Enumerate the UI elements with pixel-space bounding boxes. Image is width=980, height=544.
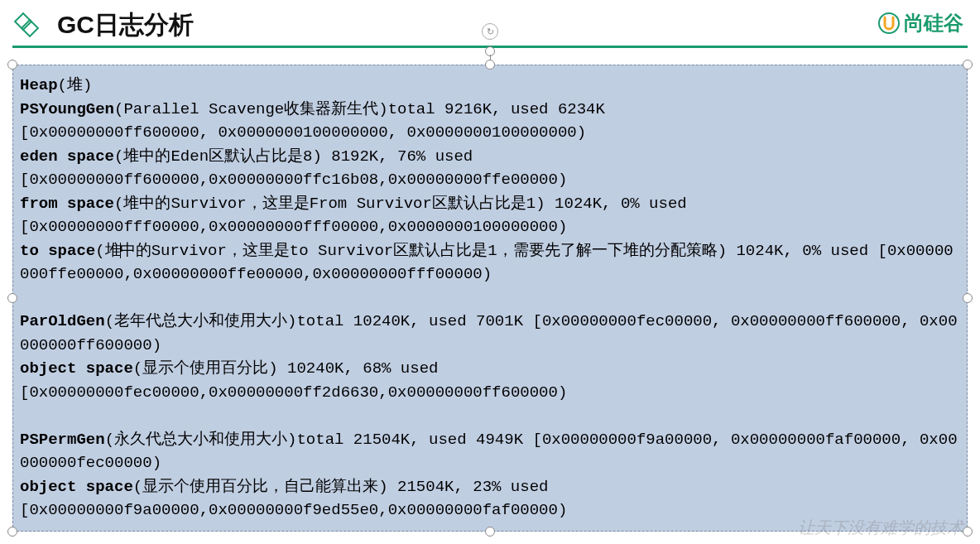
to-desc-a: (堆 [95,242,120,260]
from-label: from space [20,195,114,213]
resize-handle-tr[interactable] [963,60,973,70]
perm-obj-desc: (显示个使用百分比，自己能算出来) 21504K, 23% used [133,478,549,496]
resize-handle-bc[interactable] [485,527,495,537]
brand-icon [877,12,901,35]
resize-handle-br[interactable] [963,527,973,537]
log-line [20,286,960,311]
log-line: object space(显示个使用百分比) 10240K, 68% used [20,357,960,381]
log-line: object space(显示个使用百分比，自己能算出来) 21504K, 23… [20,475,960,499]
log-line: PSPermGen(永久代总大小和使用大小)total 21504K, used… [20,428,960,475]
code-box: Heap(堆) PSYoungGen(Parallel Scavenge收集器新… [12,65,968,532]
log-line: PSYoungGen(Parallel Scavenge收集器新生代)total… [20,98,960,122]
resize-handle-tc[interactable] [485,60,495,70]
resize-handle-bl[interactable] [7,527,17,537]
log-line: ParOldGen(老年代总大小和使用大小)total 10240K, used… [20,310,960,357]
young-desc: (Parallel Scavenge收集器新生代)total 9216K, us… [114,100,605,118]
log-line: [0x00000000ff600000, 0x0000000100000000,… [20,121,960,145]
log-line: [0x00000000ff600000,0x00000000ffc16b08,0… [20,168,960,192]
logo-icon [12,11,41,39]
page-title: GC日志分析 [57,8,194,42]
resize-handle-mr[interactable] [963,293,973,303]
log-line: [0x00000000fec00000,0x00000000ff2d6630,0… [20,381,960,405]
refresh-icon[interactable]: ↻ [482,23,498,40]
perm-label: PSPermGen [20,431,105,449]
brand: 尚硅谷 [877,10,963,36]
log-line: eden space(堆中的Eden区默认占比是8) 8192K, 76% us… [20,145,960,169]
brand-text: 尚硅谷 [904,10,963,36]
log-line: Heap(堆) [20,74,960,98]
log-line: from space(堆中的Survivor，这里是From Survivor区… [20,192,960,216]
eden-label: eden space [20,147,114,166]
old-obj-desc: (显示个使用百分比) 10240K, 68% used [133,359,439,378]
heap-label: Heap [20,76,58,94]
to-desc-b: 中的Survivor，这里是to Survivor区默认占比是1，需要先了解一下… [20,242,954,284]
content-box[interactable]: Heap(堆) PSYoungGen(Parallel Scavenge收集器新… [12,65,968,532]
eden-desc: (堆中的Eden区默认占比是8) 8192K, 76% used [114,147,473,166]
log-line: [0x00000000fff00000,0x00000000fff00000,0… [20,215,960,239]
log-line: [0x00000000f9a00000,0x00000000f9ed55e0,0… [20,498,960,522]
heap-note: (堆) [58,76,93,94]
log-line [20,404,960,428]
old-label: ParOldGen [20,312,105,330]
to-label: to space [20,242,95,260]
log-line: to space(堆中的Survivor，这里是to Survivor区默认占比… [20,239,960,286]
old-desc: (老年代总大小和使用大小)total 10240K, used 7001K [0… [20,312,958,354]
perm-desc: (永久代总大小和使用大小)total 21504K, used 4949K [0… [20,431,958,473]
old-obj-label: object space [20,359,133,378]
from-desc: (堆中的Survivor，这里是From Survivor区默认占比是1) 10… [114,195,687,213]
resize-handle-tl[interactable] [7,60,17,70]
resize-handle-ml[interactable] [7,293,17,303]
young-label: PSYoungGen [20,100,114,118]
perm-obj-label: object space [20,478,133,496]
